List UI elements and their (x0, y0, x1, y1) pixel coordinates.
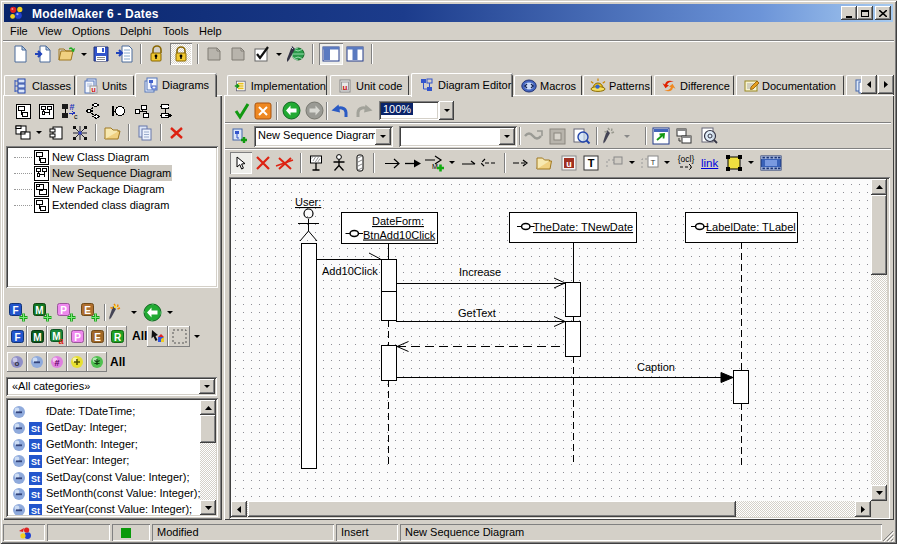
svg-text:o: o (15, 358, 20, 367)
svg-text:c: c (74, 113, 78, 120)
svg-text:BtnAdd10Click: BtnAdd10Click (363, 229, 436, 241)
svg-text:{ocl}: {ocl} (678, 154, 695, 164)
svg-text:St: St (31, 490, 40, 500)
svg-text:St: St (31, 506, 40, 515)
svg-text:F: F (14, 331, 20, 342)
svg-text:E: E (84, 304, 91, 315)
svg-text:P: P (74, 331, 81, 342)
svg-text:St: St (31, 441, 40, 451)
svg-text:GetText: GetText (458, 307, 496, 319)
svg-text:u: u (343, 83, 348, 92)
svg-text:M: M (33, 331, 41, 342)
svg-text:LabelDate: TLabel: LabelDate: TLabel (706, 221, 796, 233)
svg-text:a: a (58, 335, 64, 344)
svg-text:St: St (31, 474, 40, 484)
svg-text:M: M (35, 304, 43, 315)
svg-text:Add10Click: Add10Click (322, 265, 378, 277)
svg-text:E: E (94, 331, 101, 342)
svg-text:St: St (31, 424, 40, 434)
svg-text:Caption: Caption (637, 361, 675, 373)
svg-text:F: F (12, 304, 18, 315)
svg-text:TheDate: TNewDate: TheDate: TNewDate (533, 221, 633, 233)
svg-text:DateForm:: DateForm: (372, 215, 424, 227)
svg-text:u: u (91, 85, 96, 94)
svg-text:P: P (60, 304, 67, 315)
svg-text:R: R (113, 331, 121, 342)
svg-text:#: # (70, 102, 75, 112)
svg-text:St: St (31, 457, 40, 467)
svg-text:T: T (588, 157, 595, 169)
svg-text:User:: User: (295, 196, 321, 208)
svg-text:#: # (54, 357, 59, 367)
svg-text:u: u (566, 158, 572, 168)
svg-text:Increase: Increase (459, 266, 501, 278)
svg-text:T: T (651, 158, 656, 167)
